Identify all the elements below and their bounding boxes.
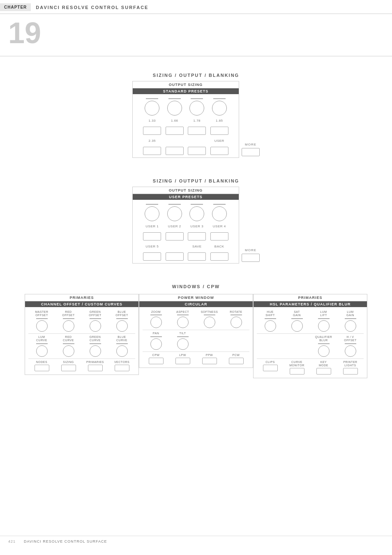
knob-container (142, 204, 162, 221)
col-label: SOFTNESS (201, 310, 218, 314)
lpw-button[interactable] (175, 358, 190, 364)
sizing-button[interactable] (61, 365, 76, 371)
preset-button[interactable] (188, 147, 206, 155)
label-item: USER 3 (187, 224, 207, 228)
preset-button[interactable] (188, 127, 206, 135)
button-row-3 (133, 230, 239, 243)
knob-container (209, 204, 230, 221)
three-panels: PRIMARIES CHANNEL OFFSET / CUSTOM CURVES… (16, 294, 376, 378)
user-preset-button[interactable] (188, 252, 206, 261)
curve-monitor-button[interactable] (290, 368, 304, 375)
knob[interactable] (345, 320, 356, 332)
knob-line (150, 336, 162, 337)
printer-lights-button[interactable] (343, 368, 358, 375)
col-item: SATGAIN (285, 310, 309, 332)
col-label: PPW (206, 354, 213, 357)
col-item: NODES (30, 361, 54, 371)
panel-subheader-1: STANDARD PRESETS (133, 88, 239, 94)
cpw-button[interactable] (149, 358, 164, 364)
label-item (164, 245, 185, 248)
knob[interactable] (167, 206, 182, 221)
nodes-button[interactable] (35, 365, 49, 371)
knob[interactable] (189, 101, 204, 116)
sizing-title-1: SIZING / OUTPUT / BLANKING (132, 73, 260, 78)
key-mode-button[interactable] (316, 368, 331, 375)
knob[interactable] (36, 320, 48, 332)
more-label-2: MORE (245, 248, 256, 252)
knob[interactable] (145, 206, 159, 221)
knob[interactable] (177, 317, 189, 328)
knob[interactable] (177, 338, 189, 350)
col-label: PCW (233, 354, 240, 357)
user-preset-button[interactable] (166, 252, 184, 261)
knob[interactable] (265, 320, 276, 332)
col-item: BLUECURVE (110, 335, 134, 357)
col-label: NODES (36, 361, 47, 364)
knob[interactable] (150, 338, 162, 350)
windows-title: WINDOWS / CPW (16, 284, 376, 289)
user-preset-button[interactable] (188, 232, 206, 240)
col-item: PCW (224, 354, 248, 364)
more-button-2[interactable] (242, 254, 260, 262)
user-preset-button[interactable] (210, 252, 228, 261)
vectors-button[interactable] (115, 365, 129, 371)
preset-button[interactable] (143, 127, 161, 135)
col-item: SOFTNESS (198, 310, 221, 328)
preset-button[interactable] (166, 147, 184, 155)
col-label: TILT (180, 332, 186, 335)
ppw-button[interactable] (202, 358, 217, 364)
knob[interactable] (150, 317, 162, 328)
knob-line (345, 318, 356, 319)
preset-button[interactable] (210, 127, 228, 135)
user-preset-button[interactable] (143, 232, 161, 240)
col-label: SATGAIN (293, 310, 301, 317)
col-item: CPW (144, 354, 168, 364)
sizing-section-1-inner: SIZING / OUTPUT / BLANKING OUTPUT SIZING… (132, 73, 260, 158)
knob[interactable] (167, 101, 182, 116)
col-item: VECTORS (110, 361, 134, 371)
knob[interactable] (212, 101, 227, 116)
primaries-button[interactable] (88, 365, 103, 371)
knob[interactable] (63, 320, 74, 332)
knob[interactable] (116, 345, 128, 357)
knob[interactable] (145, 101, 159, 116)
preset-button[interactable] (210, 147, 228, 155)
preset-button[interactable] (166, 127, 184, 135)
hsl-header: PRIMARIES (254, 294, 367, 301)
user-preset-button[interactable] (143, 252, 161, 261)
knob[interactable] (204, 317, 215, 328)
col-item: LPW (171, 354, 195, 364)
divider (257, 333, 364, 334)
knob[interactable] (212, 206, 227, 221)
clips-button[interactable] (263, 365, 278, 371)
user-preset-button[interactable] (210, 232, 228, 240)
label-item: USER 2 (164, 224, 185, 228)
knob-container (142, 98, 162, 116)
pcw-button[interactable] (229, 358, 244, 364)
col-item: BLUEOFFSET (110, 310, 134, 332)
knob-container (164, 204, 185, 221)
knob[interactable] (63, 345, 74, 357)
knob[interactable] (90, 320, 101, 332)
primaries-header: PRIMARIES (25, 294, 138, 301)
user-preset-button[interactable] (166, 232, 184, 240)
col-label: GREENCURVE (90, 335, 101, 342)
knob[interactable] (116, 320, 128, 332)
knob[interactable] (318, 320, 330, 332)
knob[interactable] (90, 345, 101, 357)
divider (143, 352, 249, 352)
knob[interactable] (36, 345, 48, 357)
col-item: GREENOFFSET (83, 310, 107, 332)
knob[interactable] (318, 345, 330, 357)
col-item: LUMCURVE (30, 335, 54, 357)
label-row-1: 1.33 1.66 1.78 1.85 (133, 117, 239, 124)
footer: 421 DAVINCI RESOLVE CONTROL SURFACE (0, 536, 392, 547)
knob[interactable] (345, 345, 356, 357)
knob[interactable] (291, 320, 303, 332)
preset-button[interactable] (143, 147, 161, 155)
knob-line (116, 343, 128, 344)
knob[interactable] (189, 206, 204, 221)
knob-line (345, 343, 356, 344)
knob[interactable] (231, 317, 242, 328)
more-button-1[interactable] (242, 148, 260, 156)
